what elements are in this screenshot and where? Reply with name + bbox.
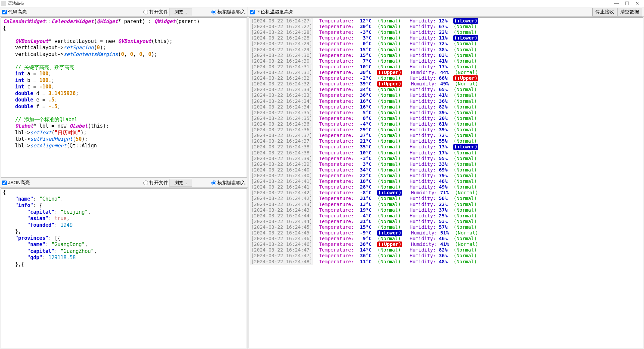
- log-row: [2024-03-22 16:24:47] Temperature: 14°C …: [250, 247, 642, 253]
- json-browse-button[interactable]: 浏览...: [170, 179, 192, 187]
- log-row: [2024-03-22 16:24:39] Temperature: -3°C …: [250, 156, 642, 161]
- log-row: [2024-03-22 16:24:30] Temperature: 7°C (…: [250, 58, 642, 64]
- log-row: [2024-03-22 16:24:36] Temperature: 29°C …: [250, 127, 642, 133]
- log-row: [2024-03-22 16:24:33] Temperature: 34°C …: [250, 87, 642, 92]
- log-row: [2024-03-22 16:24:29] Temperature: 15°C …: [250, 47, 642, 53]
- code-sim-radio-input[interactable]: [211, 10, 216, 14]
- code-browse-button[interactable]: 浏览...: [170, 8, 192, 16]
- log-row: [2024-03-22 16:24:33] Temperature: 36°C …: [250, 92, 642, 98]
- maximize-button[interactable]: ☐: [625, 1, 629, 6]
- log-row: [2024-03-22 16:24:48] Temperature: 11°C …: [250, 259, 642, 265]
- app-icon: [1, 1, 6, 6]
- log-row: [2024-03-22 16:24:41] Temperature: 28°C …: [250, 184, 642, 190]
- log-row: [2024-03-22 16:24:38] Temperature: 35°C …: [250, 144, 642, 150]
- log-row: [2024-03-22 16:24:44] Temperature: 31°C …: [250, 219, 642, 224]
- log-row: [2024-03-22 16:24:32] Temperature: 39°C …: [250, 81, 642, 87]
- clear-data-button[interactable]: 清空数据: [617, 8, 642, 16]
- log-row: [2024-03-22 16:24:47] Temperature: 36°C …: [250, 253, 642, 259]
- minimize-button[interactable]: —: [614, 1, 619, 6]
- window-title: 语法高亮: [8, 1, 614, 6]
- log-row: [2024-03-22 16:24:34] Temperature: 16°C …: [250, 104, 642, 110]
- json-sim-radio-input[interactable]: [211, 181, 216, 185]
- log-row: [2024-03-22 16:24:28] Temperature: 3°C (…: [250, 35, 642, 41]
- log-row: [2024-03-22 16:24:39] Temperature: 3°C (…: [250, 161, 642, 167]
- log-row: [2024-03-22 16:24:38] Temperature: 10°C …: [250, 150, 642, 156]
- log-row: [2024-03-22 16:24:44] Temperature: -4°C …: [250, 213, 642, 219]
- log-row: [2024-03-22 16:24:43] Temperature: 13°C …: [250, 202, 642, 207]
- log-highlight-label: 下位机温湿度高亮: [256, 9, 294, 15]
- json-panel-header: JSON高亮 打开文件 浏览... 模拟键盘输入: [0, 178, 248, 188]
- log-panel-header: 下位机温湿度高亮 停止接收 清空数据: [248, 7, 644, 17]
- log-row: [2024-03-22 16:24:40] Temperature: 22°C …: [250, 173, 642, 179]
- log-row: [2024-03-22 16:24:35] Temperature: 8°C (…: [250, 116, 642, 121]
- log-row: [2024-03-22 16:24:46] Temperature: 38°C …: [250, 241, 642, 247]
- log-row: [2024-03-22 16:24:45] Temperature: -9°C …: [250, 230, 642, 236]
- json-highlight-label: JSON高亮: [8, 180, 30, 186]
- code-open-file-radio-input[interactable]: [143, 10, 148, 14]
- code-open-file-radio[interactable]: 打开文件: [143, 9, 168, 15]
- json-sim-radio[interactable]: 模拟键盘输入: [211, 180, 246, 186]
- log-highlight-check-input[interactable]: [250, 10, 255, 14]
- log-pane[interactable]: [2024-03-22 16:24:27] Temperature: 12°C …: [249, 17, 643, 348]
- log-row: [2024-03-22 16:24:27] Temperature: 30°C …: [250, 24, 642, 29]
- log-row: [2024-03-22 16:24:29] Temperature: 0°C (…: [250, 41, 642, 47]
- log-highlight-checkbox[interactable]: 下位机温湿度高亮: [250, 9, 591, 15]
- log-row: [2024-03-22 16:24:42] Temperature: 31°C …: [250, 196, 642, 201]
- code-highlight-label: 代码高亮: [8, 9, 27, 15]
- json-editor[interactable]: { "name": "China", "info": { "capital": …: [1, 188, 247, 348]
- json-highlight-checkbox[interactable]: JSON高亮: [2, 180, 142, 186]
- log-row: [2024-03-22 16:24:28] Temperature: -3°C …: [250, 29, 642, 35]
- code-editor[interactable]: CalendarWidget::CalendarWidget(QWidget* …: [1, 17, 247, 178]
- log-row: [2024-03-22 16:24:36] Temperature: -4°C …: [250, 121, 642, 127]
- code-sim-radio[interactable]: 模拟键盘输入: [211, 9, 246, 15]
- log-row: [2024-03-22 16:24:31] Temperature: 10°C …: [250, 64, 642, 70]
- code-sim-label: 模拟键盘输入: [217, 9, 246, 15]
- code-panel-header: 代码高亮 打开文件 浏览... 模拟键盘输入: [0, 7, 248, 17]
- log-row: [2024-03-22 16:24:35] Temperature: 5°C (…: [250, 110, 642, 116]
- log-row: [2024-03-22 16:24:37] Temperature: 37°C …: [250, 133, 642, 138]
- json-open-file-radio-input[interactable]: [143, 181, 148, 185]
- code-highlight-check-input[interactable]: [2, 10, 7, 14]
- close-button[interactable]: ✕: [635, 1, 639, 6]
- code-open-file-label: 打开文件: [149, 9, 168, 15]
- log-row: [2024-03-22 16:24:42] Temperature: -8°C …: [250, 190, 642, 196]
- log-row: [2024-03-22 16:24:37] Temperature: 21°C …: [250, 138, 642, 144]
- code-highlight-checkbox[interactable]: 代码高亮: [2, 9, 142, 15]
- log-row: [2024-03-22 16:24:32] Temperature: -2°C …: [250, 75, 642, 81]
- log-row: [2024-03-22 16:24:31] Temperature: 38°C …: [250, 70, 642, 75]
- log-row: [2024-03-22 16:24:27] Temperature: 12°C …: [250, 18, 642, 24]
- log-row: [2024-03-22 16:24:41] Temperature: 18°C …: [250, 179, 642, 184]
- log-row: [2024-03-22 16:24:40] Temperature: 34°C …: [250, 167, 642, 173]
- log-row: [2024-03-22 16:24:34] Temperature: 16°C …: [250, 98, 642, 104]
- log-row: [2024-03-22 16:24:30] Temperature: 15°C …: [250, 53, 642, 58]
- stop-receive-button[interactable]: 停止接收: [592, 8, 617, 16]
- log-row: [2024-03-22 16:24:46] Temperature: 9°C (…: [250, 236, 642, 241]
- json-highlight-check-input[interactable]: [2, 181, 7, 185]
- titlebar: 语法高亮 — ☐ ✕: [0, 0, 644, 7]
- json-open-file-label: 打开文件: [149, 180, 168, 186]
- json-sim-label: 模拟键盘输入: [217, 180, 246, 186]
- json-open-file-radio[interactable]: 打开文件: [143, 180, 168, 186]
- log-row: [2024-03-22 16:24:43] Temperature: 19°C …: [250, 207, 642, 213]
- log-row: [2024-03-22 16:24:45] Temperature: 15°C …: [250, 224, 642, 230]
